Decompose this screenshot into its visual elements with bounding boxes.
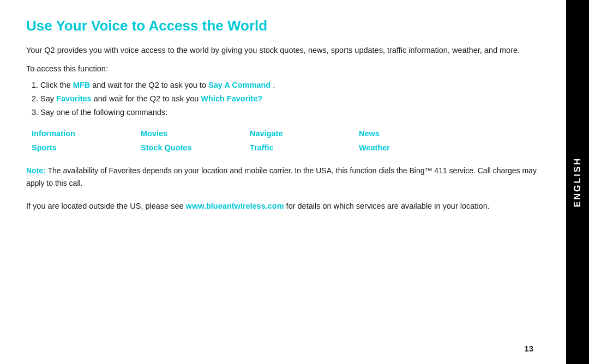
page-wrapper: Use Your Voice to Access the World Your … xyxy=(0,0,589,364)
step-1-mid: and wait for the Q2 to ask you to xyxy=(92,81,208,89)
outside-text-after: for details on which services are availa… xyxy=(286,202,490,210)
command-weather: Weather xyxy=(359,141,468,155)
outside-text: If you are located outside the US, pleas… xyxy=(26,200,540,213)
command-information: Information xyxy=(32,126,141,141)
step-1-highlight-mfb: MFB xyxy=(73,81,90,89)
command-navigate: Navigate xyxy=(250,126,359,141)
commands-grid: Information Movies Navigate News Sports … xyxy=(26,126,540,155)
command-movies: Movies xyxy=(141,126,250,141)
step-3: 3. Say one of the following commands: xyxy=(26,106,540,119)
sidebar-label: ENGLISH xyxy=(573,157,582,207)
access-label: To access this function: xyxy=(26,64,540,73)
step-2-highlight-favorites: Favorites xyxy=(56,94,91,103)
outside-text-before: If you are located outside the US, pleas… xyxy=(26,202,186,210)
note-label: Note: xyxy=(26,166,46,175)
step-2-highlight-which: Which Favorite? xyxy=(201,94,262,103)
note-text: The availability of Favorites depends on… xyxy=(26,166,537,187)
command-sports: Sports xyxy=(32,141,141,155)
step-1-number: 1. Click the xyxy=(32,81,73,89)
note-block: Note: The availability of Favorites depe… xyxy=(26,165,540,189)
page-number: 13 xyxy=(524,344,533,353)
command-stock-quotes: Stock Quotes xyxy=(141,141,250,155)
step-2-number: 2. Say xyxy=(32,94,56,103)
outside-link[interactable]: www.blueantwireless.com xyxy=(186,202,284,210)
step-2: 2. Say Favorites and wait for the Q2 to … xyxy=(26,92,540,106)
main-content: Use Your Voice to Access the World Your … xyxy=(0,0,566,364)
sidebar: ENGLISH xyxy=(566,0,589,364)
page-title: Use Your Voice to Access the World xyxy=(26,17,540,34)
step-1: 1. Click the MFB and wait for the Q2 to … xyxy=(26,78,540,92)
step-3-text: 3. Say one of the following commands: xyxy=(32,108,167,117)
intro-text: Your Q2 provides you with voice access t… xyxy=(26,44,540,57)
step-1-highlight-say: Say A Command xyxy=(208,81,271,89)
step-1-after: . xyxy=(273,81,275,89)
command-news: News xyxy=(359,126,468,141)
step-2-mid: and wait for the Q2 to ask you xyxy=(94,94,201,103)
steps-container: 1. Click the MFB and wait for the Q2 to … xyxy=(26,78,540,119)
command-traffic: Traffic xyxy=(250,141,359,155)
